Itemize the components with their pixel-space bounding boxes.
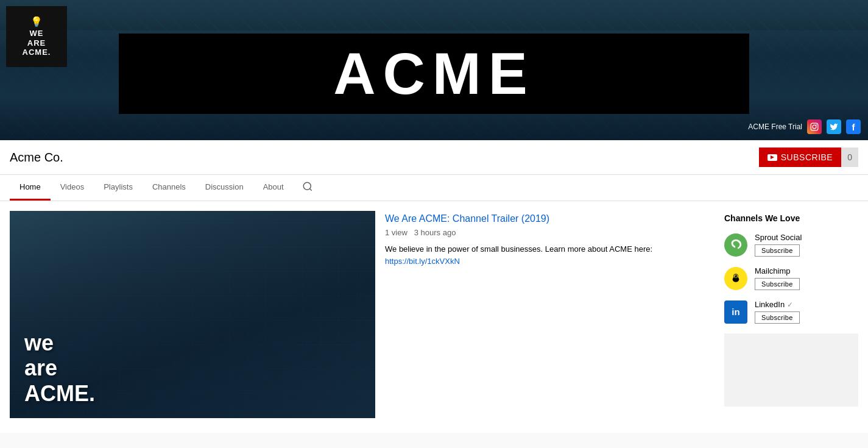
video-thumbnail[interactable]: we are ACME. bbox=[10, 211, 375, 418]
avatar bbox=[724, 233, 747, 257]
channel-navigation: Home Videos Playlists Channels Discussio… bbox=[0, 175, 868, 201]
verified-icon: ✓ bbox=[787, 300, 793, 309]
video-link[interactable]: https://bit.ly/1ckVXkN bbox=[385, 257, 460, 266]
svg-point-7 bbox=[735, 274, 737, 277]
thumbnail-text: we are ACME. bbox=[24, 330, 95, 406]
linkedin-avatar-text: in bbox=[732, 307, 739, 317]
sidebar-title: Channels We Love bbox=[724, 213, 858, 223]
search-icon[interactable] bbox=[294, 175, 322, 201]
mailchimp-subscribe-button[interactable]: Subscribe bbox=[755, 278, 800, 290]
avatar: in bbox=[724, 300, 747, 324]
subscribe-label: Subscribe bbox=[781, 152, 833, 162]
channel-logo: 💡 WE ARE ACME. bbox=[6, 6, 67, 67]
view-count: 1 view bbox=[385, 228, 408, 237]
tab-discussion[interactable]: Discussion bbox=[196, 175, 253, 201]
channel-item-info: LinkedIn ✓ Subscribe bbox=[755, 300, 858, 324]
list-item: Mailchimp Subscribe bbox=[724, 266, 858, 290]
facebook-icon[interactable]: f bbox=[846, 119, 861, 134]
avatar bbox=[724, 267, 747, 290]
thumbnail-line2: are bbox=[24, 355, 95, 380]
thumbnail-line3: ACME. bbox=[24, 381, 95, 406]
svg-line-4 bbox=[309, 188, 311, 190]
linkedin-name: LinkedIn bbox=[755, 300, 785, 309]
thumbnail-line1: we bbox=[24, 330, 95, 355]
description-text: We believe in the power of small busines… bbox=[385, 244, 652, 254]
svg-point-1 bbox=[813, 125, 816, 129]
banner-bottom-right: ACME Free Trial f bbox=[748, 119, 861, 134]
bulb-icon: 💡 bbox=[30, 16, 43, 27]
sprout-subscribe-button[interactable]: Subscribe bbox=[755, 244, 800, 257]
svg-rect-0 bbox=[811, 123, 818, 130]
upload-time: 3 hours ago bbox=[414, 228, 456, 237]
subscriber-count: 0 bbox=[841, 148, 858, 167]
list-item: Sprout Social Subscribe bbox=[724, 233, 858, 257]
tab-channels[interactable]: Channels bbox=[143, 175, 196, 201]
list-item: in LinkedIn ✓ Subscribe bbox=[724, 300, 858, 324]
video-description: We believe in the power of small busines… bbox=[385, 243, 710, 267]
svg-point-2 bbox=[816, 124, 817, 126]
video-info: We Are ACME: Channel Trailer (2019) 1 vi… bbox=[385, 211, 710, 423]
channel-item-info: Sprout Social Subscribe bbox=[755, 233, 858, 257]
channel-item-name: LinkedIn ✓ bbox=[755, 300, 858, 309]
svg-point-8 bbox=[735, 275, 735, 276]
banner-title-box: ACME bbox=[119, 34, 749, 114]
channel-header: Acme Co. Subscribe 0 bbox=[0, 140, 868, 175]
channel-item-name: Sprout Social bbox=[755, 233, 858, 242]
tab-home[interactable]: Home bbox=[10, 175, 51, 201]
logo-text-2: ARE bbox=[27, 38, 46, 48]
video-section: we are ACME. We Are ACME: Channel Traile… bbox=[10, 211, 710, 423]
sidebar-bottom-placeholder bbox=[724, 333, 858, 407]
linkedin-subscribe-button[interactable]: Subscribe bbox=[755, 311, 800, 324]
youtube-icon bbox=[767, 154, 777, 161]
sidebar: Channels We Love Sprout Social Subscribe bbox=[724, 211, 858, 423]
tab-playlists[interactable]: Playlists bbox=[94, 175, 143, 201]
tab-about[interactable]: About bbox=[253, 175, 294, 201]
banner-cta-text[interactable]: ACME Free Trial bbox=[748, 123, 802, 131]
instagram-icon[interactable] bbox=[807, 119, 822, 134]
sprout-social-name: Sprout Social bbox=[755, 233, 802, 242]
tab-videos[interactable]: Videos bbox=[51, 175, 94, 201]
logo-text: WE bbox=[30, 29, 44, 38]
subscribe-button-group: Subscribe 0 bbox=[759, 148, 858, 167]
subscribe-button[interactable]: Subscribe bbox=[759, 148, 841, 167]
video-title[interactable]: We Are ACME: Channel Trailer (2019) bbox=[385, 213, 710, 224]
logo-text-3: ACME. bbox=[23, 48, 51, 57]
main-content: we are ACME. We Are ACME: Channel Traile… bbox=[0, 201, 868, 433]
banner-title: ACME bbox=[119, 44, 749, 103]
channel-item-name: Mailchimp bbox=[755, 266, 858, 276]
channel-name: Acme Co. bbox=[10, 151, 63, 165]
twitter-icon[interactable] bbox=[827, 119, 841, 134]
svg-point-3 bbox=[303, 182, 311, 190]
channel-banner: 💡 WE ARE ACME. ACME ACME Free Trial f bbox=[0, 0, 868, 140]
video-meta: 1 view 3 hours ago bbox=[385, 228, 710, 237]
mailchimp-name: Mailchimp bbox=[755, 266, 791, 276]
channel-item-info: Mailchimp Subscribe bbox=[755, 266, 858, 290]
